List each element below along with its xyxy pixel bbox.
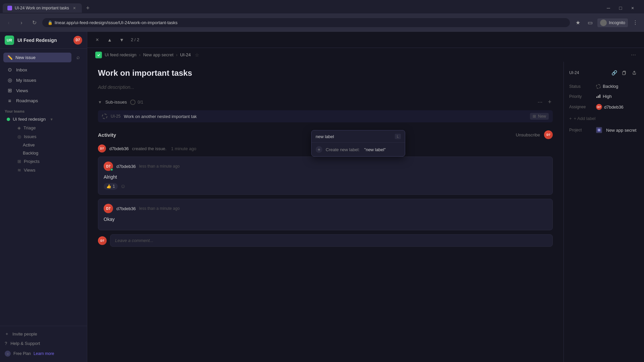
meta-row-priority: Priority High (569, 94, 639, 99)
invite-label: Invite people (12, 331, 37, 337)
label-dropdown: L + Create new label: "new label" (311, 130, 405, 157)
team-chevron-icon: ▼ (50, 117, 53, 121)
thumbsup-reaction[interactable]: 👍 1 (104, 183, 118, 190)
star-icon[interactable]: ☆ (195, 52, 199, 58)
sub-issue-row[interactable]: UI-25 Work on another nested important t… (98, 110, 553, 122)
sidebar-item-triage[interactable]: ◈ Triage (2, 124, 85, 132)
label-search-input[interactable] (316, 134, 392, 139)
sub-issues-more-button[interactable]: ··· (536, 98, 544, 106)
breadcrumb-project-icon (95, 52, 102, 58)
issue-panels: Work on important tasks Add description.… (87, 62, 644, 362)
comment-text-1: Alright (104, 174, 547, 180)
prev-issue-button[interactable]: ▲ (105, 36, 114, 44)
svg-rect-2 (596, 97, 597, 98)
new-issue-button[interactable]: ✏️ New issue (3, 53, 71, 62)
assignee-value[interactable]: D7 d7bdeb36 (596, 104, 624, 110)
more-options-button[interactable]: ··· (631, 51, 636, 58)
roadmaps-label: Roadmaps (16, 98, 38, 103)
your-teams-section: Your teams (0, 106, 87, 115)
status-label: Status (569, 84, 596, 89)
status-value[interactable]: Backlog (596, 84, 618, 89)
browser-tab[interactable]: UI-24 Work on important tasks × (3, 3, 82, 13)
issue-description[interactable]: Add description... (98, 84, 553, 90)
sidebar-item-projects[interactable]: ⊞ Projects (2, 157, 85, 166)
issue-body: Work on important tasks Add description.… (87, 62, 564, 362)
create-label-item[interactable]: + Create new label: "new label" (312, 143, 405, 156)
project-icon (596, 127, 602, 133)
progress-circle (130, 100, 136, 105)
breadcrumb-project[interactable]: Ui feed redesign (105, 52, 137, 57)
search-icon: ⌕ (76, 54, 80, 60)
sidebar-item-roadmaps[interactable]: ≡ Roadmaps (2, 96, 85, 106)
close-issue-button[interactable]: × (93, 35, 102, 45)
copy-link-button[interactable]: 🔗 (610, 68, 619, 77)
add-reaction-button[interactable]: ☺ (120, 183, 126, 189)
thumbsup-emoji: 👍 (106, 184, 111, 189)
unsubscribe-button[interactable]: Unsubscribe (516, 132, 540, 137)
incognito-label: Incognito (609, 20, 625, 25)
sub-issues-add-button[interactable]: + (546, 98, 553, 106)
bookmark-button[interactable]: ★ (573, 18, 583, 27)
copy-id-button[interactable] (620, 68, 629, 77)
assignee-label: Assignee (569, 105, 596, 109)
address-bar[interactable]: 🔒 linear.app/ui-feed-redesign/issue/UI-2… (42, 18, 570, 27)
tab-close-button[interactable]: × (72, 5, 77, 11)
issues-label: Issues (24, 134, 37, 139)
next-issue-button[interactable]: ▼ (117, 36, 126, 44)
reaction-count: 1 (113, 184, 115, 189)
projects-label: Projects (24, 159, 40, 164)
team-views-label: Views (24, 168, 35, 173)
project-name: New app secret (606, 128, 636, 133)
comment-user-2: d7bdeb36 (116, 206, 136, 211)
breadcrumb-current: UI-24 (180, 52, 191, 57)
activity-title: Activity (98, 132, 116, 138)
minimize-button[interactable]: ─ (604, 3, 613, 13)
forward-button[interactable]: › (17, 18, 26, 27)
learn-more-link[interactable]: Learn more (34, 351, 54, 356)
add-label-button[interactable]: + + Add label (569, 115, 639, 122)
pencil-icon: ✏️ (7, 55, 13, 60)
help-support-button[interactable]: ? Help & Support (0, 339, 87, 348)
sidebar-item-active[interactable]: Active (2, 141, 85, 149)
reload-button[interactable]: ↻ (30, 18, 39, 27)
comment-input[interactable]: Leave a comment... (110, 234, 553, 247)
share-button[interactable] (630, 68, 639, 77)
incognito-badge[interactable]: Incognito (597, 18, 628, 27)
close-window-button[interactable]: × (628, 3, 637, 13)
sub-issue-title: Work on another nested important tak (124, 114, 527, 119)
sub-issues-count: 0/1 (138, 100, 143, 105)
sidebar-item-inbox[interactable]: ⊙ Inbox (2, 65, 85, 75)
priority-value[interactable]: High (596, 94, 612, 99)
sidebar-header: UR UI Feed Redesign D7 (0, 32, 87, 49)
assignee-avatar: D7 (596, 104, 602, 110)
svg-rect-0 (97, 53, 101, 57)
comment-card-1: D7 d7bdeb36 less than a minute ago Alrig… (98, 157, 553, 195)
comment-input-avatar: D7 (98, 236, 107, 245)
meta-row-assignee: Assignee D7 d7bdeb36 (569, 104, 639, 110)
sidebar-team-ui-feed[interactable]: Ui feed redesign ▼ (2, 115, 85, 123)
project-value[interactable]: New app secret (596, 127, 636, 133)
sidebar-item-my-issues[interactable]: ◎ My issues (2, 75, 85, 85)
new-tab-button[interactable]: + (83, 3, 93, 13)
sub-issues-toggle[interactable]: ▼ (98, 100, 102, 105)
sidebar-item-views[interactable]: ⊞ Views (2, 85, 85, 96)
invite-people-button[interactable]: ＋ Invite people (0, 329, 87, 339)
invite-icon: ＋ (5, 331, 9, 337)
status-dot-icon (596, 84, 601, 89)
svg-rect-3 (598, 96, 599, 98)
sidebar-toggle-button[interactable]: ▭ (585, 18, 595, 27)
issue-meta-panel: UI-24 🔗 (564, 62, 644, 362)
issue-title: Work on important tasks (98, 68, 553, 78)
sidebar-item-issues[interactable]: ◎ Issues (2, 132, 85, 141)
breadcrumb-parent[interactable]: New app secret (143, 52, 173, 57)
sub-issue-badge-icon: ⊞ (533, 114, 536, 119)
search-button[interactable]: ⌕ (73, 52, 84, 63)
back-button[interactable]: ‹ (4, 18, 13, 27)
menu-button[interactable]: ⋮ (631, 18, 640, 27)
main-content: × ▲ ▼ 2 / 2 Ui feed redesign › New app s… (87, 32, 644, 362)
plan-icon: ○ (5, 351, 11, 357)
maximize-button[interactable]: □ (616, 3, 625, 13)
sidebar-item-backlog[interactable]: Backlog (2, 149, 85, 157)
sidebar-item-team-views[interactable]: ≋ Views (2, 166, 85, 174)
user-avatar[interactable]: D7 (73, 36, 82, 45)
